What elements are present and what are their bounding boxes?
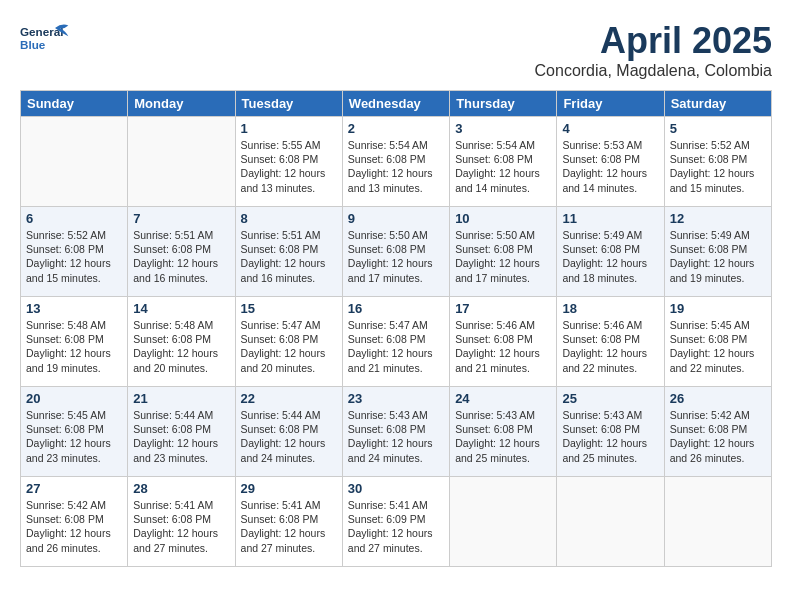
calendar-cell: 20Sunrise: 5:45 AM Sunset: 6:08 PM Dayli… [21,387,128,477]
day-number: 14 [133,301,229,316]
day-number: 13 [26,301,122,316]
day-info: Sunrise: 5:46 AM Sunset: 6:08 PM Dayligh… [562,318,658,375]
days-header-row: SundayMondayTuesdayWednesdayThursdayFrid… [21,91,772,117]
calendar-week-row: 6Sunrise: 5:52 AM Sunset: 6:08 PM Daylig… [21,207,772,297]
day-header-tuesday: Tuesday [235,91,342,117]
calendar-cell: 24Sunrise: 5:43 AM Sunset: 6:08 PM Dayli… [450,387,557,477]
day-number: 5 [670,121,766,136]
calendar-cell: 13Sunrise: 5:48 AM Sunset: 6:08 PM Dayli… [21,297,128,387]
day-info: Sunrise: 5:54 AM Sunset: 6:08 PM Dayligh… [455,138,551,195]
day-number: 4 [562,121,658,136]
day-info: Sunrise: 5:43 AM Sunset: 6:08 PM Dayligh… [455,408,551,465]
day-number: 22 [241,391,337,406]
calendar-cell: 22Sunrise: 5:44 AM Sunset: 6:08 PM Dayli… [235,387,342,477]
day-number: 6 [26,211,122,226]
day-info: Sunrise: 5:51 AM Sunset: 6:08 PM Dayligh… [133,228,229,285]
day-info: Sunrise: 5:48 AM Sunset: 6:08 PM Dayligh… [133,318,229,375]
calendar-week-row: 1Sunrise: 5:55 AM Sunset: 6:08 PM Daylig… [21,117,772,207]
day-number: 11 [562,211,658,226]
calendar-cell: 4Sunrise: 5:53 AM Sunset: 6:08 PM Daylig… [557,117,664,207]
calendar-cell: 27Sunrise: 5:42 AM Sunset: 6:08 PM Dayli… [21,477,128,567]
calendar-cell: 18Sunrise: 5:46 AM Sunset: 6:08 PM Dayli… [557,297,664,387]
day-number: 18 [562,301,658,316]
page-header: General Blue April 2025 Concordia, Magda… [20,20,772,80]
logo-icon: General Blue [20,20,70,60]
calendar-cell [21,117,128,207]
calendar-cell: 10Sunrise: 5:50 AM Sunset: 6:08 PM Dayli… [450,207,557,297]
day-info: Sunrise: 5:49 AM Sunset: 6:08 PM Dayligh… [562,228,658,285]
day-info: Sunrise: 5:54 AM Sunset: 6:08 PM Dayligh… [348,138,444,195]
day-number: 29 [241,481,337,496]
day-info: Sunrise: 5:52 AM Sunset: 6:08 PM Dayligh… [26,228,122,285]
day-number: 12 [670,211,766,226]
calendar-cell: 15Sunrise: 5:47 AM Sunset: 6:08 PM Dayli… [235,297,342,387]
day-number: 30 [348,481,444,496]
calendar-cell: 25Sunrise: 5:43 AM Sunset: 6:08 PM Dayli… [557,387,664,477]
day-info: Sunrise: 5:55 AM Sunset: 6:08 PM Dayligh… [241,138,337,195]
day-info: Sunrise: 5:50 AM Sunset: 6:08 PM Dayligh… [455,228,551,285]
day-header-friday: Friday [557,91,664,117]
day-header-sunday: Sunday [21,91,128,117]
calendar-week-row: 27Sunrise: 5:42 AM Sunset: 6:08 PM Dayli… [21,477,772,567]
day-info: Sunrise: 5:43 AM Sunset: 6:08 PM Dayligh… [348,408,444,465]
day-number: 10 [455,211,551,226]
day-number: 7 [133,211,229,226]
calendar-cell: 7Sunrise: 5:51 AM Sunset: 6:08 PM Daylig… [128,207,235,297]
day-info: Sunrise: 5:50 AM Sunset: 6:08 PM Dayligh… [348,228,444,285]
calendar-cell [664,477,771,567]
day-info: Sunrise: 5:48 AM Sunset: 6:08 PM Dayligh… [26,318,122,375]
day-info: Sunrise: 5:51 AM Sunset: 6:08 PM Dayligh… [241,228,337,285]
day-number: 20 [26,391,122,406]
calendar-week-row: 20Sunrise: 5:45 AM Sunset: 6:08 PM Dayli… [21,387,772,477]
calendar-cell: 1Sunrise: 5:55 AM Sunset: 6:08 PM Daylig… [235,117,342,207]
calendar-cell: 17Sunrise: 5:46 AM Sunset: 6:08 PM Dayli… [450,297,557,387]
calendar-cell: 9Sunrise: 5:50 AM Sunset: 6:08 PM Daylig… [342,207,449,297]
calendar-cell: 11Sunrise: 5:49 AM Sunset: 6:08 PM Dayli… [557,207,664,297]
day-number: 8 [241,211,337,226]
calendar-cell: 8Sunrise: 5:51 AM Sunset: 6:08 PM Daylig… [235,207,342,297]
title-block: April 2025 Concordia, Magdalena, Colombi… [535,20,772,80]
day-header-thursday: Thursday [450,91,557,117]
day-info: Sunrise: 5:45 AM Sunset: 6:08 PM Dayligh… [670,318,766,375]
calendar-table: SundayMondayTuesdayWednesdayThursdayFrid… [20,90,772,567]
calendar-cell: 2Sunrise: 5:54 AM Sunset: 6:08 PM Daylig… [342,117,449,207]
day-info: Sunrise: 5:49 AM Sunset: 6:08 PM Dayligh… [670,228,766,285]
day-number: 24 [455,391,551,406]
logo: General Blue [20,20,70,60]
calendar-cell: 3Sunrise: 5:54 AM Sunset: 6:08 PM Daylig… [450,117,557,207]
calendar-cell: 23Sunrise: 5:43 AM Sunset: 6:08 PM Dayli… [342,387,449,477]
day-info: Sunrise: 5:44 AM Sunset: 6:08 PM Dayligh… [133,408,229,465]
calendar-week-row: 13Sunrise: 5:48 AM Sunset: 6:08 PM Dayli… [21,297,772,387]
day-number: 26 [670,391,766,406]
svg-text:Blue: Blue [20,38,46,51]
day-header-saturday: Saturday [664,91,771,117]
day-info: Sunrise: 5:42 AM Sunset: 6:08 PM Dayligh… [670,408,766,465]
calendar-cell: 16Sunrise: 5:47 AM Sunset: 6:08 PM Dayli… [342,297,449,387]
day-info: Sunrise: 5:47 AM Sunset: 6:08 PM Dayligh… [241,318,337,375]
day-header-wednesday: Wednesday [342,91,449,117]
day-number: 9 [348,211,444,226]
calendar-cell: 21Sunrise: 5:44 AM Sunset: 6:08 PM Dayli… [128,387,235,477]
calendar-cell: 28Sunrise: 5:41 AM Sunset: 6:08 PM Dayli… [128,477,235,567]
day-info: Sunrise: 5:52 AM Sunset: 6:08 PM Dayligh… [670,138,766,195]
calendar-cell [128,117,235,207]
day-info: Sunrise: 5:45 AM Sunset: 6:08 PM Dayligh… [26,408,122,465]
calendar-cell: 26Sunrise: 5:42 AM Sunset: 6:08 PM Dayli… [664,387,771,477]
calendar-cell [450,477,557,567]
day-header-monday: Monday [128,91,235,117]
day-info: Sunrise: 5:42 AM Sunset: 6:08 PM Dayligh… [26,498,122,555]
day-info: Sunrise: 5:44 AM Sunset: 6:08 PM Dayligh… [241,408,337,465]
month-title: April 2025 [535,20,772,62]
day-info: Sunrise: 5:41 AM Sunset: 6:08 PM Dayligh… [133,498,229,555]
calendar-cell: 5Sunrise: 5:52 AM Sunset: 6:08 PM Daylig… [664,117,771,207]
calendar-cell [557,477,664,567]
day-number: 3 [455,121,551,136]
day-number: 1 [241,121,337,136]
day-number: 16 [348,301,444,316]
day-number: 21 [133,391,229,406]
calendar-cell: 19Sunrise: 5:45 AM Sunset: 6:08 PM Dayli… [664,297,771,387]
day-info: Sunrise: 5:41 AM Sunset: 6:09 PM Dayligh… [348,498,444,555]
day-info: Sunrise: 5:47 AM Sunset: 6:08 PM Dayligh… [348,318,444,375]
day-info: Sunrise: 5:41 AM Sunset: 6:08 PM Dayligh… [241,498,337,555]
day-number: 15 [241,301,337,316]
